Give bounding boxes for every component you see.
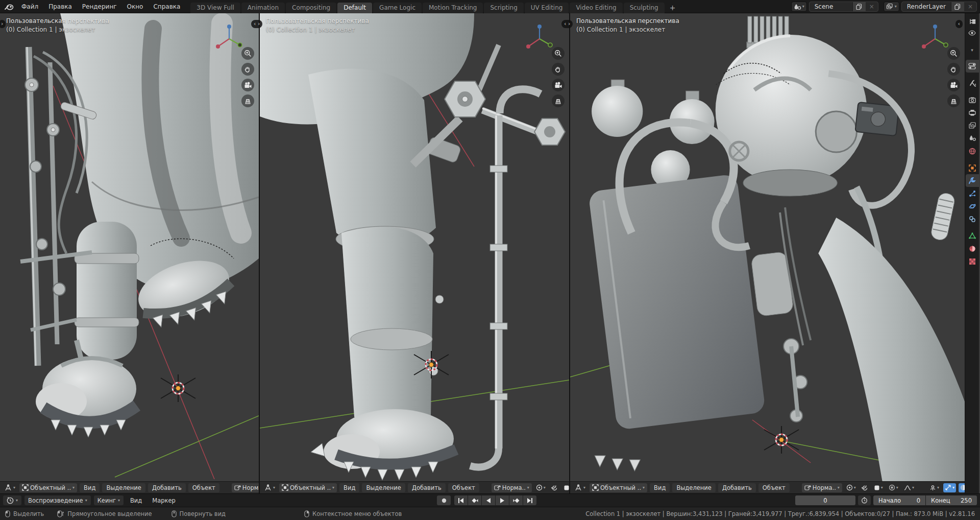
previous-keyframe-button[interactable]	[468, 495, 481, 505]
object-menu[interactable]: Объект	[188, 483, 219, 492]
object-data-properties-tab[interactable]	[966, 229, 979, 242]
auto-keying-record-button[interactable]	[437, 495, 451, 505]
camera-view-button[interactable]	[947, 79, 960, 91]
menu-edit[interactable]: Правка	[43, 0, 77, 13]
timeline-editor-type-button[interactable]: ▾	[3, 495, 21, 505]
select-menu[interactable]: Выделение	[102, 483, 145, 492]
transform-orientation-selector[interactable]: Норма..▾	[802, 483, 842, 492]
pan-hand-button[interactable]	[947, 63, 960, 76]
zoom-tool-button[interactable]	[241, 47, 254, 60]
transform-orientation-selector[interactable]: Норма..▾	[232, 483, 259, 492]
renderlayer-name[interactable]: RenderLayer	[902, 3, 951, 10]
toggle-grid-button[interactable]	[947, 94, 960, 107]
current-frame-field[interactable]: 0	[795, 495, 855, 505]
pivot-point-selector[interactable]: ▾	[534, 483, 547, 492]
scene-name[interactable]: Scene	[810, 3, 852, 10]
add-menu[interactable]: Добавить	[718, 483, 756, 492]
add-menu[interactable]: Добавить	[148, 483, 186, 492]
tab-compositing[interactable]: Compositing	[286, 3, 336, 13]
tab-scripting[interactable]: Scripting	[484, 3, 523, 13]
tab-video-editing[interactable]: Video Editing	[570, 3, 622, 13]
filter-eye-icon[interactable]	[966, 27, 978, 38]
select-menu[interactable]: Выделение	[672, 483, 716, 492]
toggle-grid-button[interactable]	[241, 94, 254, 107]
falloff-dropdown[interactable]: ▾	[902, 483, 916, 492]
timeline-marker-menu[interactable]: Маркер	[149, 497, 179, 504]
pan-hand-button[interactable]	[552, 63, 565, 76]
viewport-1-canvas[interactable]	[0, 13, 259, 481]
region-toggle-pair-2[interactable]: ‹ ›	[561, 20, 573, 28]
view-menu[interactable]: Вид	[650, 483, 670, 492]
tab-animation[interactable]: Animation	[241, 3, 285, 13]
tab-default[interactable]: Default	[337, 3, 372, 13]
output-properties-tab[interactable]	[966, 106, 979, 119]
select-menu[interactable]: Выделение	[362, 483, 405, 492]
camera-view-button[interactable]	[241, 79, 254, 91]
tab-motion-tracking[interactable]: Motion Tracking	[423, 3, 483, 13]
unlink-scene-button[interactable]: ×	[866, 3, 878, 10]
frame-start-field[interactable]: Начало0	[873, 495, 925, 505]
outliner-icon[interactable]	[966, 16, 978, 27]
editor-type-button[interactable]: ▾	[262, 483, 277, 492]
editor-type-button[interactable]: ▾	[3, 483, 17, 492]
frame-end-field[interactable]: Конец250	[926, 495, 977, 505]
next-keyframe-button[interactable]	[509, 495, 523, 505]
object-properties-tab[interactable]	[966, 161, 979, 174]
show-overlays-toggle[interactable]: ▾	[943, 483, 956, 492]
toggle-grid-button[interactable]	[552, 94, 565, 107]
new-scene-button[interactable]	[852, 2, 866, 12]
particles-properties-tab[interactable]	[966, 187, 979, 200]
physics-properties-tab[interactable]	[966, 200, 979, 212]
texture-properties-tab[interactable]	[966, 255, 979, 268]
object-menu[interactable]: Объект	[758, 483, 790, 492]
tab-game-logic[interactable]: Game Logic	[373, 3, 422, 13]
jump-to-end-button[interactable]	[523, 495, 536, 505]
navigation-gizmo[interactable]	[524, 21, 555, 53]
material-properties-tab[interactable]	[966, 242, 979, 255]
scene-properties-tab[interactable]	[966, 132, 979, 145]
pan-hand-button[interactable]	[241, 63, 254, 76]
view-menu[interactable]: Вид	[339, 483, 359, 492]
constraints-properties-tab[interactable]	[966, 212, 979, 225]
tab-uv-editing[interactable]: UV Editing	[525, 3, 569, 13]
viewport-2-canvas[interactable]	[260, 13, 569, 481]
add-menu[interactable]: Добавить	[408, 483, 446, 492]
region-toggle-pair-1[interactable]: ‹ ›	[251, 20, 262, 28]
use-preview-range-button[interactable]	[858, 495, 871, 505]
zoom-tool-button[interactable]	[947, 47, 960, 60]
chevron-down-icon[interactable]: ▾	[966, 44, 978, 56]
transform-orientation-selector[interactable]: Норма..▾	[492, 483, 532, 492]
zoom-tool-button[interactable]	[552, 47, 565, 60]
mode-selector[interactable]: Объектный ..▾	[590, 483, 647, 492]
mode-selector[interactable]: Объектный ..▾	[19, 483, 77, 492]
jump-to-start-button[interactable]	[454, 495, 468, 505]
menu-window[interactable]: Окно	[122, 0, 149, 13]
new-renderlayer-button[interactable]	[951, 2, 964, 12]
menu-render[interactable]: Рендеринг	[77, 0, 122, 13]
remove-renderlayer-button[interactable]: ×	[964, 3, 976, 10]
scene-browse-button[interactable]: ▾	[791, 2, 807, 12]
viewport-3-canvas[interactable]	[570, 13, 965, 481]
tab-sculpting[interactable]: Sculpting	[624, 3, 665, 13]
viewlayer-properties-tab[interactable]	[966, 119, 979, 132]
snap-settings-dropdown[interactable]: ▾	[562, 483, 569, 492]
properties-editor-icon[interactable]	[966, 60, 979, 73]
snap-settings-dropdown[interactable]: ▾	[872, 483, 885, 492]
camera-view-button[interactable]	[552, 79, 565, 91]
menu-file[interactable]: Файл	[16, 0, 43, 13]
view-menu[interactable]: Вид	[80, 483, 100, 492]
render-properties-tab[interactable]	[966, 93, 979, 106]
object-menu[interactable]: Объект	[448, 483, 479, 492]
renderlayer-browse-button[interactable]: ▾	[884, 2, 899, 12]
proportional-editing-toggle[interactable]: ▾	[887, 483, 900, 492]
play-button[interactable]	[496, 495, 509, 505]
add-workspace-button[interactable]: +	[666, 3, 680, 13]
snap-toggle[interactable]	[860, 483, 870, 492]
viewport-shading-selector[interactable]: ▾	[959, 483, 965, 492]
sidebar-expand-arrow[interactable]: ‹	[955, 20, 963, 28]
blender-logo-icon[interactable]	[3, 2, 15, 12]
play-reverse-button[interactable]	[482, 495, 495, 505]
playback-menu[interactable]: Воспроизведение▾	[24, 495, 91, 505]
mode-selector[interactable]: Объектный ..▾	[279, 483, 337, 492]
timeline-view-menu[interactable]: Вид	[127, 497, 145, 504]
